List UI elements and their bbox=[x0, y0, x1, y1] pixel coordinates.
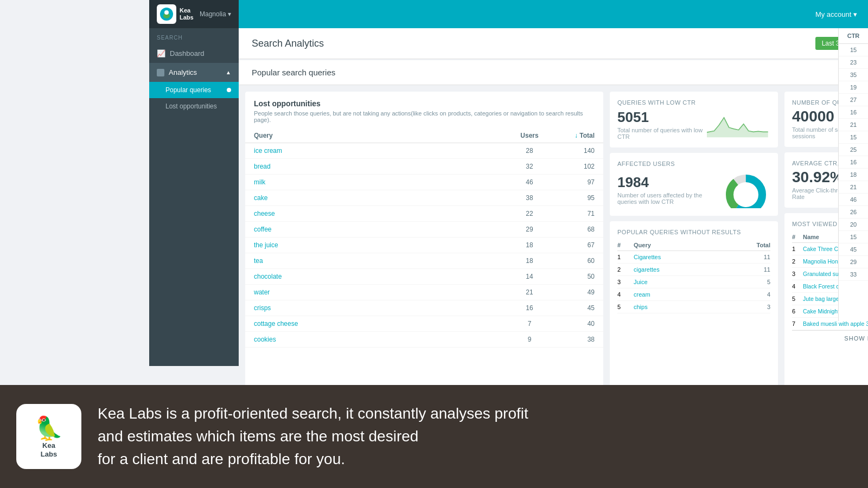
prod-rank: 4 bbox=[792, 283, 803, 290]
lost-opp-table-header: Query Users ↓ Total bbox=[245, 129, 603, 143]
qnr-query-link[interactable]: cigarettes bbox=[634, 266, 738, 273]
query-link[interactable]: bread bbox=[254, 163, 508, 170]
users-val: 18 bbox=[508, 241, 551, 249]
sidebar-item-dashboard[interactable]: 📈 Dashboard bbox=[149, 44, 239, 63]
lost-opportunities-label: Lost opportunities bbox=[165, 102, 217, 110]
low-ctr-sub: Total number of queries with low CTR bbox=[617, 127, 707, 140]
sidebar-header: Kea Labs Magnolia ▾ bbox=[149, 0, 239, 28]
query-link[interactable]: cake bbox=[254, 194, 508, 202]
table-row: cheese 22 71 bbox=[245, 206, 603, 222]
col-hash: # bbox=[617, 242, 634, 248]
qnr-rank: 3 bbox=[617, 279, 634, 285]
qnr-query-link[interactable]: Cigarettes bbox=[634, 254, 738, 260]
affected-users-card: AFFECTED USERS 1984 Number of users affe… bbox=[610, 153, 778, 216]
query-link[interactable]: the juice bbox=[254, 241, 508, 249]
users-val: 9 bbox=[508, 336, 551, 343]
qnr-total: 11 bbox=[738, 266, 770, 273]
low-ctr-value: 5051 bbox=[617, 109, 707, 126]
users-val: 32 bbox=[508, 163, 551, 170]
ctr-val: 16 bbox=[839, 106, 868, 119]
table-row: bread 32 102 bbox=[245, 159, 603, 175]
dashboard-label: Dashboard bbox=[170, 49, 205, 57]
prod-rank: 2 bbox=[792, 258, 803, 265]
no-results-title: POPULAR QUERIES WITHOUT RESULTS bbox=[617, 229, 770, 235]
total-val: 97 bbox=[551, 178, 595, 186]
promo-text: Kea Labs is a profit-oriented search, it… bbox=[98, 402, 528, 471]
qnr-query-link[interactable]: chips bbox=[634, 304, 738, 310]
prod-rank: 1 bbox=[792, 246, 803, 252]
col-total: ↓ Total bbox=[551, 132, 595, 139]
affected-users-value: 1984 bbox=[617, 174, 716, 191]
logo: Kea Labs bbox=[157, 4, 194, 24]
query-link[interactable]: milk bbox=[254, 178, 508, 186]
qnr-total: 5 bbox=[738, 279, 770, 285]
ctr-val: 25 bbox=[839, 144, 868, 156]
prod-rank: 7 bbox=[792, 320, 803, 327]
qnr-total: 4 bbox=[738, 291, 770, 298]
ctr-val: 15 bbox=[839, 231, 868, 243]
query-link[interactable]: cheese bbox=[254, 210, 508, 217]
query-link[interactable]: coffee bbox=[254, 226, 508, 233]
ctr-val: 19 bbox=[839, 81, 868, 94]
my-account-label: My account ▾ bbox=[815, 10, 857, 18]
qnr-query-link[interactable]: Juice bbox=[634, 279, 738, 285]
promo-description: Kea Labs is a profit-oriented search, it… bbox=[98, 405, 528, 467]
qnr-rank: 2 bbox=[617, 266, 634, 273]
users-val: 21 bbox=[508, 288, 551, 296]
donut-info: 1984 Number of users affected by the que… bbox=[617, 174, 716, 205]
query-link[interactable]: chocolate bbox=[254, 273, 508, 280]
query-link[interactable]: water bbox=[254, 288, 508, 296]
users-val: 38 bbox=[508, 194, 551, 202]
active-dot bbox=[227, 88, 231, 92]
promo-logo: 🦜 KeaLabs bbox=[16, 404, 81, 469]
total-val: 68 bbox=[551, 226, 595, 233]
magnolia-dropdown[interactable]: Magnolia ▾ bbox=[200, 10, 231, 18]
logo-box bbox=[157, 4, 176, 24]
users-val: 14 bbox=[508, 273, 551, 280]
query-link[interactable]: cookies bbox=[254, 336, 508, 343]
qnr-rank: 1 bbox=[617, 254, 634, 260]
users-val: 7 bbox=[508, 320, 551, 328]
affected-users-sub: Number of users affected by the queries … bbox=[617, 192, 716, 205]
total-val: 67 bbox=[551, 241, 595, 249]
query-link[interactable]: ice cream bbox=[254, 147, 508, 155]
main-area: My account ▾ Search Analytics Last 30d. … bbox=[239, 0, 868, 385]
logo-kea: Kea bbox=[180, 7, 194, 14]
ctr-val: 23 bbox=[839, 56, 868, 69]
low-ctr-card: QUERIES WITH LOW CTR 5051 Total number o… bbox=[610, 92, 778, 147]
low-ctr-chart bbox=[707, 109, 770, 139]
table-row: tea 18 60 bbox=[245, 253, 603, 269]
qnr-total: 3 bbox=[738, 304, 770, 310]
sidebar: Kea Labs Magnolia ▾ SEARCH 📈 Dashboard A… bbox=[149, 0, 239, 366]
chevron-up-icon: ▲ bbox=[226, 69, 231, 75]
analytics-label: Analytics bbox=[169, 68, 197, 76]
qnr-query-link[interactable]: cream bbox=[634, 291, 738, 298]
qnr-row: 2 cigarettes 11 bbox=[617, 264, 770, 276]
query-link[interactable]: cottage cheese bbox=[254, 320, 508, 328]
no-results-card: POPULAR QUERIES WITHOUT RESULTS # Query … bbox=[610, 221, 778, 385]
sidebar-sub-lost-opportunities[interactable]: Lost opportunities bbox=[149, 98, 239, 114]
total-val: 50 bbox=[551, 273, 595, 280]
query-link[interactable]: crisps bbox=[254, 304, 508, 312]
sidebar-item-analytics[interactable]: Analytics ▲ bbox=[149, 63, 239, 82]
prod-rank: 6 bbox=[792, 308, 803, 314]
sidebar-sub-popular-queries[interactable]: Popular queries bbox=[149, 82, 239, 98]
ctr-val: 33 bbox=[839, 268, 868, 281]
my-account-button[interactable]: My account ▾ bbox=[815, 10, 857, 18]
promo-bird-icon: 🦜 bbox=[35, 415, 63, 441]
ctr-column: CTR 15 23 35 19 27 16 21 15 25 16 18 21 … bbox=[838, 28, 868, 321]
analytics-icon bbox=[157, 69, 164, 76]
show-more-button[interactable]: SHOW MORE bbox=[792, 330, 868, 346]
col-query: Query bbox=[254, 132, 508, 139]
table-row: crisps 16 45 bbox=[245, 300, 603, 316]
qnr-row: 4 cream 4 bbox=[617, 288, 770, 301]
dashboard-icon: 📈 bbox=[157, 49, 165, 57]
col-qname: Query bbox=[634, 242, 738, 248]
lost-opp-table-body: ice cream 28 140 bread 32 102 milk 46 97… bbox=[245, 143, 603, 348]
query-link[interactable]: tea bbox=[254, 257, 508, 265]
ctr-val: 35 bbox=[839, 69, 868, 81]
total-val: 60 bbox=[551, 257, 595, 265]
prod-link[interactable]: Baked muesli with apple 350g OGO bbox=[803, 320, 868, 327]
table-row: cottage cheese 7 40 bbox=[245, 316, 603, 332]
donut-chart bbox=[722, 170, 770, 208]
